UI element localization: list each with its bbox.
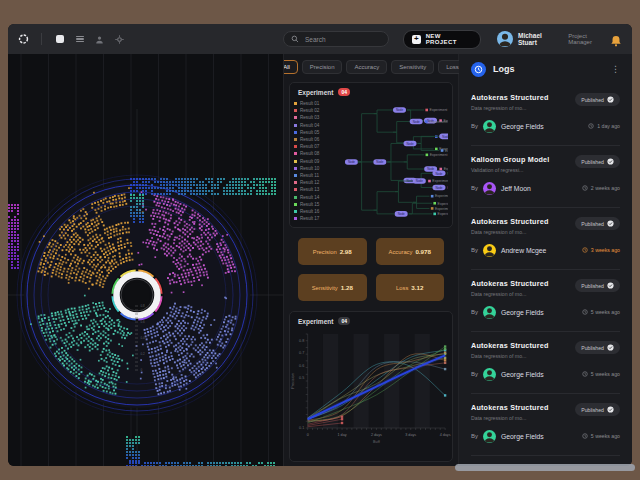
svg-text:Node: Node: [413, 120, 420, 124]
published-badge[interactable]: Published: [575, 155, 620, 168]
horizontal-scrollbar[interactable]: [455, 464, 635, 471]
svg-text:Node: Node: [442, 135, 448, 139]
new-project-button[interactable]: + NEW PROJECT: [403, 30, 481, 49]
filter-chip-precision[interactable]: Precision: [302, 60, 343, 74]
legend-item[interactable]: Result 03: [294, 114, 344, 121]
metrics-grid: Precision2.98Accuracy0.978Sensitivity1.2…: [284, 228, 458, 311]
legend-item[interactable]: Result 13: [294, 186, 344, 193]
published-badge[interactable]: Published: [575, 279, 620, 292]
new-project-label: NEW PROJECT: [426, 33, 472, 45]
user-menu[interactable]: Michael Stuart Project Manager: [497, 31, 610, 47]
legend-swatch: [294, 160, 297, 163]
legend-item[interactable]: Result 04: [294, 122, 344, 129]
log-entry[interactable]: Autokeras StructuredData regression of m…: [471, 270, 620, 332]
top-navbar: + NEW PROJECT Michael Stuart Project Man…: [8, 24, 632, 54]
svg-text:1 day: 1 day: [337, 433, 346, 437]
metric-label: Sensitivity: [312, 285, 338, 291]
legend-swatch: [294, 181, 297, 184]
grid-view-icon[interactable]: [54, 34, 65, 45]
log-entry[interactable]: Kalloom Group ModelValidation of regress…: [471, 146, 620, 208]
svg-text:0: 0: [307, 433, 309, 437]
legend-swatch: [294, 167, 297, 170]
svg-text:Experiment: Experiment: [432, 179, 448, 183]
filter-chip-sensitivity[interactable]: Sensitivity: [391, 60, 434, 74]
svg-text:0.4: 0.4: [141, 336, 146, 340]
legend-item[interactable]: Result 01: [294, 100, 344, 107]
legend-label: Result 01: [300, 101, 319, 106]
log-entry[interactable]: Autokeras StructuredData regression of m…: [471, 394, 620, 456]
app-window: + NEW PROJECT Michael Stuart Project Man…: [8, 24, 632, 466]
app-logo-icon[interactable]: [18, 34, 29, 45]
legend-item[interactable]: Result 05: [294, 129, 344, 136]
list-view-icon[interactable]: [74, 34, 85, 45]
log-entry[interactable]: Autokeras StructuredData regression of m…: [471, 84, 620, 146]
log-timestamp: 1 day ago: [588, 123, 620, 130]
legend-item[interactable]: Result 16: [294, 208, 344, 215]
log-subtitle: Data regression of mo...: [471, 229, 549, 235]
legend-item[interactable]: Result 14: [294, 193, 344, 200]
log-entry[interactable]: Autokeras StructuredData regression of m…: [471, 332, 620, 394]
metric-card-precision[interactable]: Precision2.98: [298, 238, 367, 265]
svg-text:2 days: 2 days: [371, 433, 382, 437]
legend-item[interactable]: Result 12: [294, 179, 344, 186]
log-subtitle: Data regression of mo...: [471, 415, 549, 421]
published-badge[interactable]: Published: [575, 93, 620, 106]
legend-swatch: [294, 210, 297, 213]
by-label: By: [471, 309, 478, 315]
search-bar[interactable]: [283, 31, 389, 47]
metric-label: Precision: [313, 249, 337, 255]
users-icon[interactable]: [94, 34, 105, 45]
author-avatar: [483, 120, 496, 133]
metric-card-loss[interactable]: Loss3.12: [376, 274, 445, 301]
author-avatar: [483, 306, 496, 319]
logs-menu-icon[interactable]: ⋮: [611, 64, 620, 74]
line-chart: 0.80.70.60.50.1Precision01 day2 days3 da…: [290, 328, 452, 461]
svg-text:0.8: 0.8: [299, 339, 304, 343]
legend-item[interactable]: Result 06: [294, 136, 344, 143]
legend-item[interactable]: Result 09: [294, 158, 344, 165]
published-badge[interactable]: Published: [575, 403, 620, 416]
published-label: Published: [581, 283, 604, 289]
author-name: George Fields: [501, 123, 544, 130]
author-name: George Fields: [501, 433, 544, 440]
legend-item[interactable]: Result 02: [294, 107, 344, 114]
published-badge[interactable]: Published: [575, 217, 620, 230]
tree-panel-badge: 04: [338, 88, 350, 96]
main-content: 0.80.60.40.20 AllPrecisionAccuracySensit…: [8, 54, 632, 466]
log-subtitle: Data regression of mo...: [471, 105, 549, 111]
legend-label: Result 10: [300, 166, 319, 171]
svg-text:Experiment: Experiment: [435, 207, 448, 211]
metric-card-sensitivity[interactable]: Sensitivity1.28: [298, 274, 367, 301]
published-label: Published: [581, 407, 604, 413]
legend-item[interactable]: Result 11: [294, 172, 344, 179]
metric-label: Accuracy: [389, 249, 413, 255]
author-name: Jeff Moon: [501, 185, 531, 192]
legend-item[interactable]: Result 17: [294, 215, 344, 222]
metric-card-accuracy[interactable]: Accuracy0.978: [376, 238, 445, 265]
log-timestamp: 2 weeks ago: [582, 185, 620, 192]
log-entry[interactable]: Autokeras StructuredData regression of m…: [471, 208, 620, 270]
search-input[interactable]: [303, 35, 381, 44]
by-label: By: [471, 185, 478, 191]
legend-item[interactable]: Result 08: [294, 150, 344, 157]
filter-chip-accuracy[interactable]: Accuracy: [346, 60, 387, 74]
log-title: Autokeras Structured: [471, 279, 549, 288]
legend-item[interactable]: Result 15: [294, 201, 344, 208]
legend-item[interactable]: Result 07: [294, 143, 344, 150]
svg-text:Node: Node: [427, 167, 434, 171]
published-badge[interactable]: Published: [575, 341, 620, 354]
legend-label: Result 17: [300, 216, 319, 221]
svg-text:Experiment: Experiment: [429, 120, 447, 124]
svg-text:Experiment: Experiment: [444, 167, 448, 171]
svg-text:Node: Node: [376, 160, 383, 164]
log-subtitle: Data regression of mo...: [471, 353, 549, 359]
check-circle-icon: [607, 282, 614, 290]
clock-icon: [588, 123, 594, 130]
notifications-bell-icon[interactable]: [610, 33, 622, 45]
logs-title: Logs: [493, 64, 515, 74]
logs-panel: Logs ⋮ Autokeras StructuredData regressi…: [459, 54, 632, 466]
clock-icon: [582, 247, 588, 254]
published-label: Published: [581, 159, 604, 165]
legend-item[interactable]: Result 10: [294, 165, 344, 172]
settings-gear-icon[interactable]: [114, 34, 125, 45]
